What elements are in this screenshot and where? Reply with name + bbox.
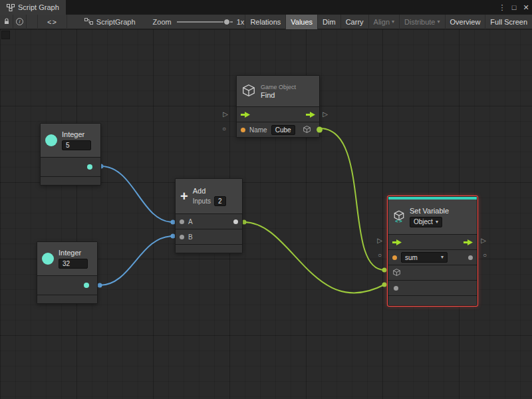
close-icon[interactable]: ✕ (520, 0, 532, 15)
name-outer-port[interactable]: ○ (378, 252, 382, 259)
node-integer-2[interactable]: Integer 32 (37, 241, 98, 304)
input-port-b[interactable] (180, 235, 184, 239)
integer-icon (42, 253, 54, 265)
value-input-port[interactable] (394, 286, 398, 291)
inputs-label: Inputs (193, 198, 211, 205)
inputs-count-field[interactable]: 2 (214, 196, 226, 206)
titlebar-spacer (66, 0, 496, 15)
flow-out-trigger-port[interactable]: ▷ (481, 237, 486, 244)
name-value-field[interactable]: Cube (271, 125, 295, 135)
tab-title: Script Graph (18, 3, 59, 11)
code-icon: <> (47, 18, 57, 26)
canvas-corner-square (1, 31, 10, 39)
name-input-port[interactable] (241, 128, 245, 132)
value-output-port[interactable] (468, 255, 473, 260)
integer-icon (45, 134, 57, 146)
node-add[interactable]: + Add Inputs 2 A B (175, 178, 243, 253)
edge-endpoint (98, 283, 102, 288)
flow-in-trigger-port[interactable]: ▷ (377, 237, 382, 244)
add-output-port[interactable] (233, 219, 238, 224)
variable-name-dropdown[interactable]: sum ▾ (401, 252, 448, 263)
variable-scope-dropdown[interactable]: Object ▾ (410, 217, 442, 227)
edge-integer5-to-add-a[interactable] (101, 166, 173, 222)
node-find[interactable]: Game Object Find Name Cube (236, 75, 320, 138)
name-label: Name (249, 126, 267, 134)
node-integer-1[interactable]: Integer 5 (40, 123, 101, 186)
info-icon: i (16, 18, 23, 25)
align-button[interactable]: Align▾ (368, 15, 399, 29)
port-b-label: B (188, 233, 193, 241)
values-button[interactable]: Values (285, 15, 317, 29)
node-title: Find (261, 91, 296, 99)
node-set-variable[interactable]: <> Set Variable Object ▾ (388, 196, 477, 306)
dim-button[interactable]: Dim (317, 15, 340, 29)
toolbar-buttons: Relations Values Dim Carry Align▾ Distri… (245, 15, 532, 29)
graph-canvas[interactable]: Integer 5 Integer 32 (0, 29, 532, 399)
menu-icon[interactable]: ⋮ (496, 0, 508, 15)
graph-mini-icon (84, 18, 93, 26)
title-bar: Script Graph ⋮ □ ✕ (0, 0, 532, 15)
integer-value-field[interactable]: 32 (59, 259, 88, 269)
flow-out-trigger-port[interactable]: ▷ (323, 111, 328, 118)
unity-window: Script Graph ⋮ □ ✕ i <> ScriptGraph Zoom (0, 0, 532, 399)
zoom-slider-handle[interactable] (223, 19, 230, 25)
distribute-button[interactable]: Distribute▾ (399, 15, 444, 29)
integer-value-field[interactable]: 5 (62, 140, 91, 150)
relations-button[interactable]: Relations (245, 15, 285, 29)
graph-name: ScriptGraph (84, 18, 136, 26)
node-title: Integer (59, 249, 88, 257)
node-title: Set Variable (410, 207, 449, 215)
chevron-down-icon: ▾ (436, 219, 438, 225)
edge-endpoint (382, 268, 387, 273)
zoom-label: Zoom (153, 18, 172, 26)
node-title: Add (193, 187, 226, 195)
find-result-output-port[interactable] (317, 127, 323, 133)
chevron-down-icon: ▾ (438, 19, 440, 25)
value-outer-port[interactable]: ○ (483, 252, 487, 259)
script-graph-icon (7, 4, 15, 11)
edge-endpoint (382, 283, 387, 287)
input-port-a[interactable] (180, 219, 184, 224)
integer-output-port[interactable] (87, 164, 92, 170)
node-title: Integer (62, 130, 91, 138)
carry-button[interactable]: Carry (340, 15, 368, 29)
maximize-icon[interactable]: □ (508, 0, 520, 15)
flow-in-trigger-port[interactable]: ▷ (223, 111, 228, 118)
fullscreen-button[interactable]: Full Screen (485, 15, 532, 29)
code-view-button[interactable]: <> (37, 15, 67, 29)
toolbar: i <> ScriptGraph Zoom 1x Relations Value… (0, 15, 532, 29)
lock-button[interactable] (0, 15, 13, 29)
info-button[interactable]: i (13, 15, 27, 29)
tab-script-graph[interactable]: Script Graph (0, 0, 66, 15)
lock-icon (3, 18, 10, 26)
integer-output-port[interactable] (84, 283, 89, 288)
chevron-down-icon: ▾ (441, 255, 444, 260)
code-badge-icon: <> (395, 219, 402, 224)
edge-add-to-setvariable-value[interactable] (244, 222, 384, 293)
set-variable-icon: <> (393, 209, 405, 224)
flow-out-arrow-icon[interactable] (464, 239, 473, 245)
flow-in-arrow-icon[interactable] (392, 239, 402, 245)
node-category: Game Object (261, 84, 296, 90)
flow-in-arrow-icon[interactable] (241, 112, 250, 118)
zoom-slider[interactable] (177, 15, 233, 29)
cube-icon (392, 268, 401, 278)
port-a-label: A (188, 218, 193, 225)
zoom-value: 1x (237, 18, 245, 26)
cube-icon (241, 83, 256, 99)
flow-out-arrow-icon[interactable] (306, 112, 315, 118)
chevron-down-icon: ▾ (392, 19, 394, 25)
add-icon: + (180, 190, 188, 203)
overview-button[interactable]: Overview (445, 15, 485, 29)
edge-find-to-setvariable-object[interactable] (320, 128, 384, 270)
variable-name-port[interactable] (392, 255, 397, 260)
edge-integer32-to-add-b[interactable] (100, 236, 173, 285)
name-outer-port[interactable]: ○ (222, 126, 226, 132)
cube-icon (303, 125, 311, 135)
graph-name-label: ScriptGraph (96, 18, 136, 26)
